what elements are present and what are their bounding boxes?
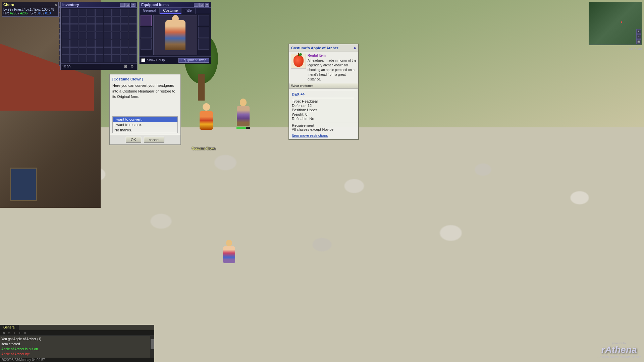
inv-cell[interactable]: [62, 24, 70, 32]
inv-cell[interactable]: [104, 40, 112, 47]
chat-scrollbar[interactable]: [150, 336, 154, 358]
inv-cell[interactable]: [62, 47, 70, 55]
chat-close-icon[interactable]: ✕: [1, 330, 6, 335]
equipped-close[interactable]: ×: [205, 3, 209, 7]
inv-cell[interactable]: [112, 16, 120, 24]
inventory-close[interactable]: ×: [131, 3, 136, 7]
tab-general[interactable]: General: [140, 8, 160, 14]
inv-cell[interactable]: [70, 40, 78, 47]
inv-cell[interactable]: [78, 40, 87, 47]
chat-icon-1[interactable]: ☺: [6, 330, 12, 335]
inv-cell[interactable]: [95, 47, 103, 55]
inv-cell[interactable]: [120, 16, 128, 24]
chat-tab-general[interactable]: General: [0, 325, 19, 330]
inv-cell[interactable]: [104, 9, 112, 16]
inv-cell[interactable]: [87, 32, 95, 39]
char-panel-close[interactable]: ×: [55, 3, 57, 7]
inv-cell[interactable]: [112, 40, 120, 47]
inv-cell[interactable]: [70, 9, 78, 16]
inv-cell[interactable]: [70, 16, 78, 24]
inv-cell[interactable]: [78, 32, 87, 39]
inv-cell[interactable]: [95, 24, 103, 32]
inventory-maximize[interactable]: □: [125, 3, 130, 7]
inv-cell[interactable]: [120, 55, 128, 62]
inv-cell[interactable]: [95, 40, 103, 47]
inv-cell[interactable]: [70, 47, 78, 55]
inv-cell[interactable]: [95, 55, 103, 62]
inv-cell[interactable]: [95, 32, 103, 39]
inv-cell[interactable]: [112, 32, 120, 39]
inv-cell[interactable]: [70, 24, 78, 32]
inv-cell[interactable]: [62, 40, 70, 47]
inv-cell[interactable]: [129, 9, 137, 16]
inv-cell[interactable]: [87, 16, 95, 24]
inv-cell[interactable]: [78, 16, 87, 24]
inv-cell[interactable]: [120, 40, 128, 47]
inv-cell[interactable]: [129, 55, 137, 62]
equip-slot-r2[interactable]: [198, 27, 209, 38]
minimap-settings[interactable]: ⊞: [636, 39, 641, 44]
inv-cell[interactable]: [62, 9, 70, 16]
show-equip-checkbox[interactable]: [141, 58, 145, 62]
inv-cell[interactable]: [87, 24, 95, 32]
dialog-option-convert[interactable]: I want to convert.: [113, 117, 177, 122]
clown-sprite[interactable]: [198, 104, 215, 129]
inv-cell[interactable]: [129, 16, 137, 24]
equip-slot-2[interactable]: [141, 27, 152, 38]
inv-cell[interactable]: [129, 32, 137, 39]
tab-title[interactable]: Title: [181, 8, 195, 14]
equipped-maximize[interactable]: □: [199, 3, 204, 7]
dialog-option-restore[interactable]: I want to restore.: [113, 122, 177, 127]
chat-scrollbar-thumb[interactable]: [151, 339, 154, 349]
inventory-config-icon[interactable]: ⚙: [130, 64, 136, 69]
inv-cell[interactable]: [104, 47, 112, 55]
inv-cell[interactable]: [112, 47, 120, 55]
inv-cell[interactable]: [62, 55, 70, 62]
inv-cell[interactable]: [120, 32, 128, 39]
equipment-swap-button[interactable]: Equipment swap: [178, 58, 209, 63]
inv-cell[interactable]: [120, 24, 128, 32]
wear-costume-button[interactable]: Wear costume: [289, 83, 358, 89]
inv-cell[interactable]: [70, 32, 78, 39]
inventory-sort-icon[interactable]: ⊞: [124, 64, 129, 69]
inv-cell[interactable]: [87, 9, 95, 16]
inv-cell[interactable]: [112, 55, 120, 62]
inv-cell[interactable]: [87, 47, 95, 55]
inv-cell[interactable]: [129, 47, 137, 55]
inv-cell[interactable]: [78, 9, 87, 16]
inv-cell[interactable]: [95, 16, 103, 24]
tooltip-close-button[interactable]: ●: [354, 45, 356, 51]
dialog-ok-button[interactable]: OK: [126, 137, 141, 143]
item-move-restrictions-link[interactable]: Item move restrictions: [289, 132, 358, 139]
minimap-zoom-out[interactable]: −: [636, 34, 641, 39]
dialog-option-nothanks[interactable]: No thanks.: [113, 127, 177, 133]
inv-cell[interactable]: [104, 55, 112, 62]
inv-cell[interactable]: [104, 16, 112, 24]
equipped-minimize[interactable]: ─: [194, 3, 199, 7]
minimap-zoom-in[interactable]: +: [636, 29, 641, 34]
equip-slot-head[interactable]: [141, 15, 152, 26]
inv-cell[interactable]: [87, 40, 95, 47]
chat-icon-4[interactable]: ≡: [22, 330, 28, 335]
inv-cell[interactable]: [78, 47, 87, 55]
inv-cell[interactable]: [120, 47, 128, 55]
inv-cell[interactable]: [70, 55, 78, 62]
chat-icon-2[interactable]: +: [12, 330, 17, 335]
inv-cell[interactable]: [87, 55, 95, 62]
inv-cell[interactable]: [104, 24, 112, 32]
equip-slot-3[interactable]: [141, 39, 152, 50]
dialog-cancel-button[interactable]: cancel: [144, 137, 165, 143]
inv-cell[interactable]: [104, 32, 112, 39]
inventory-minimize[interactable]: ─: [120, 3, 125, 7]
chat-icon-3[interactable]: +: [17, 330, 22, 335]
inv-cell[interactable]: [129, 40, 137, 47]
inv-cell[interactable]: [95, 9, 103, 16]
inv-cell[interactable]: [78, 24, 87, 32]
inv-cell[interactable]: [112, 9, 120, 16]
equip-slot-r3[interactable]: [198, 39, 209, 50]
inv-cell[interactable]: [62, 32, 70, 39]
inv-cell[interactable]: [78, 55, 87, 62]
inv-cell[interactable]: [62, 16, 70, 24]
inv-cell[interactable]: [120, 9, 128, 16]
inv-cell[interactable]: [129, 24, 137, 32]
